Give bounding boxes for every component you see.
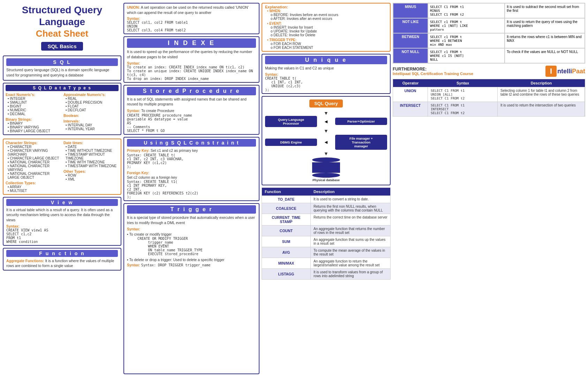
- functions-table: Function Description TO_DATE It is used …: [262, 187, 391, 280]
- explanation-title: Explanation:: [265, 5, 387, 9]
- dt-numeric: • NUMERIC: [6, 108, 61, 112]
- column-1: Structured Query Language Cheat Sheet SQ…: [3, 3, 121, 374]
- stored-syntax-code: CREATE PROCEDURE procedure_name @variabl…: [127, 113, 256, 133]
- sql-section: S Q L Structured query language (SQL) is…: [3, 56, 121, 80]
- union-label: UNION:: [127, 5, 140, 9]
- when-after: o AFTER: Invokes after an event occurs: [265, 17, 387, 21]
- func-desc-sum: An aggregate function that sums up the v…: [311, 236, 390, 247]
- func-desc-coalesce: Returns the first non NULL results, when…: [311, 203, 390, 214]
- exact-numeric-title: Exact Numeric's:: [6, 93, 61, 97]
- func-row-listagg: LISTAGG It is used to transform values f…: [262, 268, 390, 279]
- trigger-syntax-label: Syntax:: [127, 227, 140, 231]
- sql-basics-badge: SQL Basics: [41, 42, 83, 51]
- explanation-section: Explanation: • WHEN: o BEFORE: Invokes b…: [262, 3, 391, 52]
- physical-db: Physical database: [265, 157, 387, 182]
- dt-bigint: • BIGINT: [6, 104, 61, 108]
- furthermore-title: FURTHERMORE:: [393, 67, 427, 72]
- union-text: UNION: A set operation can be used on th…: [127, 5, 256, 15]
- logo-i-icon: I: [545, 66, 557, 77]
- datetimes-title: Date times:: [63, 141, 119, 145]
- datatypes-header: S Q L D a t a T y p e s: [6, 85, 119, 91]
- stored-text: It is a set of SQL statements with assig…: [127, 97, 256, 107]
- ops-union-desc: Selecting column 1 for table t1 and colu…: [498, 87, 585, 102]
- logo-text: ntelliPaat: [557, 68, 585, 75]
- pk-text: Set c1 and c2 as primary key: [151, 148, 198, 153]
- dt-interval-year: • INTERVAL YEAR: [63, 127, 119, 131]
- func-name-minmax: MIN/MAX: [262, 258, 311, 268]
- datatypes-section: S Q L D a t a T y p e s Exact Numeric's:…: [3, 83, 121, 135]
- trigger-section: T r i g g e r It is a special type of st…: [123, 203, 259, 374]
- op-notnull-name: NOT NULL: [393, 48, 428, 63]
- func-row-avg: AVG To compute the mean average of the v…: [262, 247, 390, 258]
- furthermore-section: FURTHERMORE: Intellipaat SQL Certificati…: [393, 66, 585, 77]
- char-strings-section: Character Strings: • CHARACTER • CHARACT…: [3, 139, 121, 195]
- fk-code: Syntax: CREATE TABLE t1( c1 INT PRIMARY …: [127, 180, 256, 199]
- stored-section: S t o r e d P r o c e d u r e It is a se…: [123, 85, 259, 135]
- ops-intersect-name: INTERSECT: [393, 102, 428, 116]
- dt-binary-varying: • BINARY VARYING: [6, 125, 61, 129]
- char-strings-title: Character Strings:: [6, 141, 61, 145]
- trigger-drop-code: Syntax: Syntax: DROP TRIGGER trigger_nam…: [127, 263, 256, 268]
- ops-union-name: UNION: [393, 87, 428, 102]
- union-desc: A set operation can be used on the retur…: [127, 5, 249, 15]
- arrow-right-1: ◄: [319, 119, 333, 124]
- union-syntax-code: SELECT col1, col2 FROM table1 UNION SELE…: [127, 21, 256, 32]
- arrow-down-3: ▼: [265, 151, 387, 156]
- datetimes-col: Date times: • DATE • TIME WITHOUT TIMEZO…: [63, 141, 119, 193]
- op-minus-syntax: SELECT C1 FROM t1MINUSSELECT C1 FROM t2: [428, 3, 505, 18]
- unique-syntax-code: CREATE TABLE t( c1 INT, c1 INT, UNIQUE (…: [265, 76, 387, 92]
- func-desc-to-date: It is used to convert a string to date.: [311, 196, 390, 203]
- ops-intersect-desc: It is used to return the intersection of…: [498, 102, 585, 116]
- dt-decfloat: • DECFLOAT: [63, 108, 119, 112]
- boolean-title: Boolean:: [63, 113, 119, 118]
- op-between-name: BETWEEN: [393, 33, 428, 48]
- func-name-to-date: TO_DATE: [262, 196, 311, 203]
- pk-code: Syntax: CREATE TABLE t( c1 INT, c2 INT, …: [127, 153, 256, 169]
- function-section: F u n c t i o n Aggregate Functions: It …: [3, 248, 121, 271]
- stored-syntax-intro: To create Procedure: [141, 109, 174, 113]
- trigger-create-code: CREATE OR MODIFY TRIGGER trigger_name WH…: [127, 237, 256, 256]
- arrow-down-2: ▼: [265, 128, 387, 134]
- fm-box: File manager +Transactionmanager: [335, 135, 387, 150]
- ops-union-syntax: SELECT C1 FROM t1UNION [ALL]SELECT C1 FR…: [428, 87, 498, 102]
- unique-header: U n i q u e: [265, 56, 387, 64]
- func-name-count: COUNT: [262, 226, 311, 236]
- func-row-coalesce: COALESCE Returns the first non NULL resu…: [262, 203, 390, 214]
- trigger-type-label: • TRIGGER TYPE:: [265, 38, 387, 42]
- po-box: Parser+Optimizer: [335, 118, 387, 125]
- qlp-box: Query LanguageProcessor: [265, 116, 317, 127]
- approx-title: Approximate Numeric's:: [63, 93, 119, 97]
- sql-text: Structured query language (SQL) is a dom…: [6, 67, 118, 77]
- func-row-minmax: MIN/MAX An aggregate function to return …: [262, 258, 390, 268]
- trigger-delete-text: • To delete or drop a trigger: Used to d…: [127, 257, 256, 263]
- view-text: It is a virtual table which is a result …: [6, 207, 118, 223]
- union-section: UNION: A set operation can be used on th…: [123, 3, 259, 34]
- function-text: Aggregate Functions: It is a function wh…: [6, 258, 118, 268]
- op-notnull-syntax: SELECT c1 FROM tWHERE c1 IS [NOT]NULL: [428, 48, 505, 63]
- trigger-for-each-row: o FOR EACH ROW: [265, 42, 387, 46]
- op-between-syntax: SELECT c1 FROM tWHERE c1 BETWEENmin AND …: [428, 33, 505, 48]
- ops-row-union: UNION SELECT C1 FROM t1UNION [ALL]SELECT…: [393, 87, 585, 102]
- func-row-sum: SUM An aggregate function that sums up t…: [262, 236, 390, 247]
- dt-binary-large: • BINARY LARGE OBJECT: [6, 129, 61, 133]
- op-minus-name: MINUS: [393, 3, 428, 18]
- exact-numeric-col: Exact Numeric's: • INTEGER • SMALLINT • …: [6, 93, 61, 133]
- trigger-create-text: • To create or modify trigger: [127, 232, 256, 237]
- event-update: o UPDATE: Invoke for Update: [265, 29, 387, 33]
- collection-title: Collection Types:: [6, 181, 61, 185]
- title-block: Structured Query Language Cheat Sheet SQ…: [3, 3, 121, 53]
- ops-col3-header: Description: [498, 79, 585, 87]
- view-header: V i e w: [6, 199, 118, 206]
- intervals-title: Intervals:: [63, 119, 119, 123]
- stored-header: S t o r e d P r o c e d u r e: [127, 87, 256, 95]
- dt-interval-day: • INTERVAL DAY: [63, 123, 119, 127]
- func-row-count: COUNT An aggregate function that returns…: [262, 225, 390, 236]
- dt-integer: • INTEGER: [6, 97, 61, 101]
- pk-block: Primary Key: Set c1 and c2 as primary ke…: [127, 148, 256, 169]
- column-2: UNION: A set operation can be used on th…: [123, 3, 259, 374]
- event-insert: o INSERT: Invoke for Insert: [265, 25, 387, 29]
- op-between-desc: It returns the rows where c1 is between …: [505, 33, 585, 48]
- furthermore-link[interactable]: Intellipaat SQL Certification Training C…: [393, 72, 473, 76]
- dt-decimal: • DECIMAL: [6, 112, 61, 116]
- constraint-header: U s i n g S Q L C o n s t r a i n t: [127, 139, 256, 147]
